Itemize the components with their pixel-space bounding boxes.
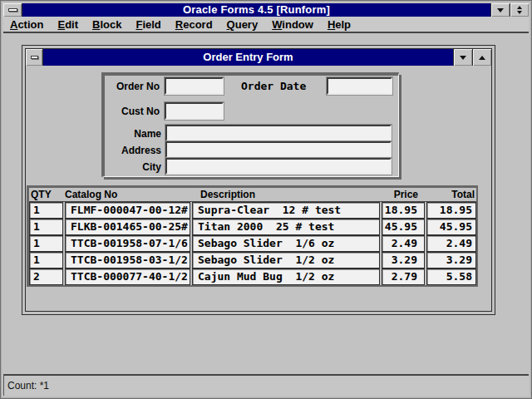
- app-titlebar: Oracle Forms 4.5 [Runform]: [3, 3, 529, 17]
- cell-price[interactable]: 2.49: [382, 235, 425, 252]
- table-row: 2TTCB-000077-40-1/2Cajun Mud Bug 1/2 oz2…: [29, 268, 476, 285]
- cell-catalog[interactable]: FLMF-000047-00-12#: [65, 202, 190, 219]
- form-system-menu-icon: [31, 56, 38, 59]
- form-system-menu-button[interactable]: [26, 49, 43, 66]
- table-row: 1FLKB-001465-00-25#Titan 2000 25 # test4…: [29, 219, 476, 235]
- system-menu-icon: [8, 8, 17, 12]
- cell-total[interactable]: 2.49: [426, 235, 476, 252]
- cell-total[interactable]: 18.95: [426, 202, 476, 219]
- restore-button[interactable]: [510, 3, 529, 17]
- menu-action[interactable]: Action: [10, 18, 43, 31]
- cell-description[interactable]: Titan 2000 25 # test: [192, 219, 380, 235]
- order-entry-window: Order Entry Form Order No 1001: [22, 45, 495, 315]
- cell-catalog[interactable]: TTCB-001958-03-1/2: [65, 252, 190, 268]
- menu-help[interactable]: Help: [328, 18, 351, 31]
- name-label: Name: [108, 128, 161, 140]
- application-window: Oracle Forms 4.5 [Runform] ActionEditBlo…: [0, 0, 532, 399]
- cell-qty[interactable]: 1: [29, 235, 63, 252]
- table-row: 1TTCB-001958-07-1/6Sebago Slider 1/6 oz2…: [29, 235, 476, 252]
- menu-field[interactable]: Field: [135, 18, 160, 31]
- client-area: Order Entry Form Order No 1001: [3, 35, 529, 374]
- cell-total[interactable]: 3.29: [426, 252, 476, 268]
- menu-block[interactable]: Block: [92, 18, 121, 31]
- form-titlebar[interactable]: Order Entry Form: [26, 49, 491, 66]
- table-row: 1TTCB-001958-03-1/2Sebago Slider 1/2 oz3…: [29, 252, 476, 268]
- cell-price[interactable]: 2.79: [382, 268, 425, 285]
- order-lines-table: QTY Catalog No Description Price Total 1…: [27, 185, 478, 287]
- cell-description[interactable]: Cajun Mud Bug 1/2 oz: [192, 268, 380, 285]
- city-label: City: [108, 161, 161, 173]
- cell-qty[interactable]: 2: [29, 268, 63, 285]
- table-rows: 1FLMF-000047-00-12#Supra-Clear 12 # test…: [29, 202, 476, 285]
- cell-catalog[interactable]: FLKB-001465-00-25#: [65, 219, 190, 235]
- form-minimize-button[interactable]: [453, 49, 472, 66]
- form-maximize-button[interactable]: [472, 49, 491, 66]
- cust-no-label: Cust No: [108, 106, 160, 117]
- cell-price[interactable]: 18.95: [382, 202, 425, 219]
- header-description: Description: [192, 189, 380, 200]
- form-maximize-icon: [479, 56, 485, 60]
- cell-qty[interactable]: 1: [29, 202, 63, 219]
- status-text: Count: *1: [7, 380, 49, 392]
- menu-edit[interactable]: Edit: [57, 18, 78, 31]
- order-entry-window-frame: Order Entry Form Order No 1001: [25, 48, 492, 312]
- address-label: Address: [108, 145, 161, 156]
- name-field[interactable]: Robert W. Sim: [165, 125, 392, 141]
- cell-qty[interactable]: 1: [29, 219, 63, 235]
- cell-description[interactable]: Sebago Slider 1/6 oz: [192, 235, 380, 252]
- order-date-field[interactable]: 10-SEP-95: [327, 77, 392, 95]
- header-catalog-no: Catalog No: [65, 189, 190, 200]
- order-no-field[interactable]: 1001: [165, 77, 224, 95]
- cell-catalog[interactable]: TTCB-001958-07-1/6: [65, 235, 190, 252]
- order-no-label: Order No: [108, 81, 160, 92]
- minimize-button[interactable]: [490, 3, 510, 17]
- table-header: QTY Catalog No Description Price Total: [29, 188, 476, 202]
- cell-qty[interactable]: 1: [29, 252, 63, 268]
- system-menu-button[interactable]: [3, 3, 22, 17]
- cust-no-field[interactable]: 1001: [165, 102, 224, 120]
- header-total: Total: [426, 189, 476, 200]
- cell-price[interactable]: 3.29: [382, 252, 425, 268]
- cell-catalog[interactable]: TTCB-000077-40-1/2: [65, 268, 190, 285]
- cell-total[interactable]: 5.58: [426, 268, 476, 285]
- address-field[interactable]: 97 S. Main St.: [165, 141, 392, 158]
- restore-down-icon: [517, 11, 522, 14]
- header-price: Price: [382, 189, 425, 200]
- cell-description[interactable]: Supra-Clear 12 # test: [192, 202, 380, 219]
- cell-total[interactable]: 45.95: [426, 219, 476, 235]
- header-qty: QTY: [29, 189, 63, 200]
- order-date-label: Order Date: [241, 80, 306, 92]
- minimize-icon: [497, 8, 504, 12]
- table-row: 1FLMF-000047-00-12#Supra-Clear 12 # test…: [29, 202, 476, 219]
- restore-up-icon: [517, 6, 522, 9]
- menu-query[interactable]: Query: [227, 18, 259, 31]
- form-minimize-icon: [460, 56, 466, 60]
- cell-price[interactable]: 45.95: [382, 219, 425, 235]
- cell-description[interactable]: Sebago Slider 1/2 oz: [192, 252, 380, 268]
- menu-bar: ActionEditBlockFieldRecordQueryWindowHel…: [3, 17, 529, 33]
- city-field[interactable]: Wharton, NJ 07885: [165, 158, 392, 175]
- form-title: Order Entry Form: [43, 49, 453, 66]
- menu-record[interactable]: Record: [175, 18, 213, 31]
- app-title: Oracle Forms 4.5 [Runform]: [22, 3, 490, 17]
- titlebar-buttons: [490, 3, 529, 17]
- status-bar: Count: *1: [3, 374, 529, 396]
- menu-window[interactable]: Window: [272, 18, 313, 31]
- form-body: Order No 1001 Order Date 10-SEP-95 Cust …: [26, 66, 491, 311]
